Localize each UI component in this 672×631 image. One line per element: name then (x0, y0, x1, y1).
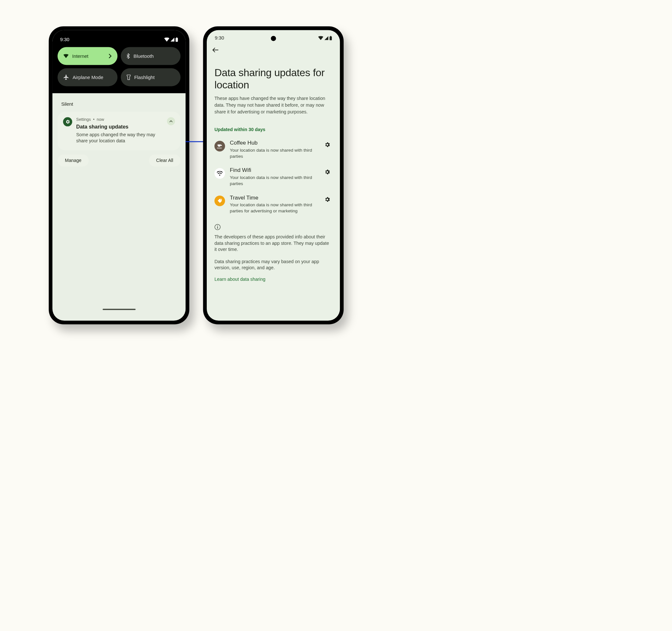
battery-icon (330, 36, 332, 40)
cell-signal-icon (170, 37, 174, 42)
travel-time-icon (214, 195, 225, 206)
battery-icon (175, 37, 178, 42)
coffee-cup-icon (217, 144, 222, 148)
status-icons (318, 36, 332, 40)
qs-tile-airplane[interactable]: Airplane Mode (57, 69, 117, 86)
app-row-coffee-hub[interactable]: Coffee Hub Your location data is now sha… (214, 140, 333, 159)
svg-rect-3 (330, 36, 331, 36)
section-silent: Silent (57, 100, 181, 112)
notification-text: Some apps changed the way they may share… (76, 131, 163, 144)
page-title: Data sharing updates for location (214, 67, 333, 91)
coffee-hub-icon (214, 141, 225, 151)
app-name: Coffee Hub (230, 140, 319, 146)
section-header: Updated within 30 days (214, 127, 333, 132)
qs-tile-label: Bluetooth (134, 53, 154, 59)
nav-handle[interactable] (102, 309, 136, 310)
qs-tile-label: Flashlight (135, 75, 155, 80)
flashlight-icon (127, 75, 131, 80)
tag-icon (217, 198, 222, 203)
qs-tile-bluetooth[interactable]: Bluetooth (121, 47, 181, 65)
status-time: 9:30 (215, 35, 224, 41)
app-settings-button[interactable] (324, 169, 332, 177)
app-settings-button[interactable] (324, 142, 332, 150)
svg-rect-0 (175, 38, 178, 42)
camera-cutout (271, 36, 276, 41)
app-settings-button[interactable] (324, 196, 332, 204)
wifi-icon (318, 36, 323, 40)
airplane-icon (63, 75, 69, 80)
app-row-travel-time[interactable]: Travel Time Your location data is now sh… (214, 194, 333, 214)
phone-settings-page: 9:30 Data sharing updates for location T… (203, 26, 344, 324)
chevron-up-icon (169, 120, 173, 122)
info-paragraph: Data sharing practices may vary based on… (214, 258, 333, 271)
app-row-find-wifi[interactable]: Find Wifi Your location data is now shar… (214, 167, 333, 187)
wifi-icon (164, 37, 169, 42)
wifi-icon (63, 54, 69, 58)
manage-button[interactable]: Manage (57, 154, 89, 167)
info-paragraph: The developers of these apps provided in… (214, 233, 333, 253)
gear-icon (65, 119, 70, 124)
page-description: These apps have changed the way they sha… (214, 95, 333, 115)
learn-more-link[interactable]: Learn about data sharing (214, 277, 333, 282)
svg-point-5 (220, 199, 221, 200)
notification-collapse-button[interactable] (167, 117, 175, 125)
app-subtitle: Your location data is now shared with th… (230, 174, 319, 187)
chevron-right-icon (109, 54, 112, 58)
back-button[interactable] (207, 43, 340, 57)
status-bar: 9:30 (207, 30, 340, 43)
app-subtitle: Your location data is now shared with th… (230, 147, 319, 159)
notification-app-name: Settings (76, 117, 91, 122)
app-name: Find Wifi (230, 167, 319, 173)
svg-rect-2 (330, 36, 332, 40)
qs-tile-label: Internet (72, 53, 89, 59)
qs-tile-flashlight[interactable]: Flashlight (121, 69, 181, 86)
cell-signal-icon (325, 36, 329, 40)
notification-meta: Settings • now (76, 117, 163, 122)
svg-rect-1 (176, 37, 177, 38)
svg-point-7 (217, 225, 218, 226)
status-bar: 9:30 (57, 36, 181, 47)
wifi-icon (217, 171, 223, 176)
phone-notification-shade: 9:30 Internet (49, 26, 189, 324)
qs-tile-internet[interactable]: Internet (57, 47, 117, 65)
notification-time: now (97, 117, 104, 122)
find-wifi-icon (214, 168, 225, 179)
app-subtitle: Your location data is now shared with th… (230, 202, 319, 214)
qs-tile-label: Airplane Mode (73, 75, 103, 80)
svg-rect-8 (217, 227, 218, 229)
settings-app-icon (63, 117, 72, 127)
status-time: 9:30 (60, 36, 69, 43)
status-icons (164, 37, 178, 42)
clear-all-button[interactable]: Clear All (149, 154, 181, 167)
info-icon (214, 224, 333, 230)
app-name: Travel Time (230, 194, 319, 200)
gear-icon (324, 169, 330, 175)
arrow-left-icon (212, 48, 218, 53)
svg-point-4 (219, 174, 220, 175)
gear-icon (324, 142, 330, 148)
notification-card[interactable]: Settings • now Data sharing updates Some… (57, 112, 181, 150)
gear-icon (324, 196, 330, 202)
quick-settings-area: 9:30 Internet (52, 30, 186, 93)
bluetooth-icon (127, 53, 130, 59)
notification-title: Data sharing updates (76, 124, 163, 129)
